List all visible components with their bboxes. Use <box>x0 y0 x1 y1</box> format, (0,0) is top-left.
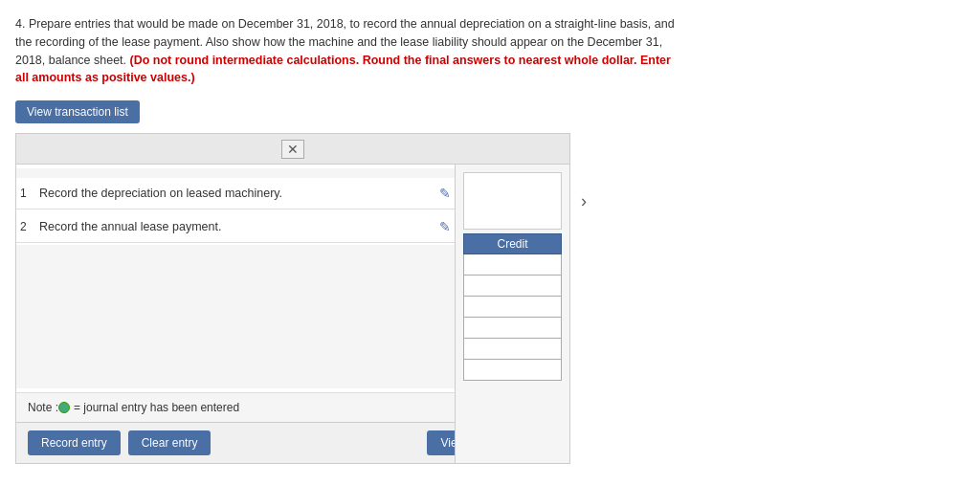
credit-header: Credit <box>463 233 562 254</box>
entries-list: 1 Record the depreciation on leased mach… <box>16 165 455 392</box>
top-bar: ✕ <box>16 134 569 165</box>
credit-input-6[interactable] <box>464 360 561 380</box>
credit-input-5[interactable] <box>464 339 561 359</box>
content-wrapper: › Credit 1 Record the depreciation on le… <box>16 165 569 463</box>
entry-label-1: Record the depreciation on leased machin… <box>39 187 432 200</box>
entry-number-2: 2 <box>20 220 39 233</box>
credit-row-6[interactable] <box>463 360 562 381</box>
record-entry-button[interactable]: Record entry <box>28 430 121 455</box>
entry-number-1: 1 <box>20 187 39 200</box>
credit-row-4[interactable] <box>463 318 562 339</box>
question-text: 4. Prepare entries that would be made on… <box>15 15 685 87</box>
chevron-right-icon[interactable]: › <box>581 191 587 211</box>
credit-input-1[interactable] <box>464 254 561 275</box>
entry1-right-box <box>463 172 562 230</box>
main-panel: ✕ › Credit 1 Re <box>15 133 570 464</box>
credit-row-2[interactable] <box>463 276 562 297</box>
entry-row-1: 1 Record the depreciation on leased mach… <box>16 178 455 209</box>
note-prefix: Note : <box>28 401 58 414</box>
green-dot-icon <box>58 402 70 413</box>
credit-row-3[interactable] <box>463 297 562 318</box>
entry-label-2: Record the annual lease payment. <box>39 220 432 233</box>
credit-input-2[interactable] <box>464 276 561 296</box>
credit-row-1[interactable] <box>463 254 562 276</box>
credit-row-5[interactable] <box>463 339 562 360</box>
credit-input-4[interactable] <box>464 318 561 338</box>
note-text: = journal entry has been entered <box>74 401 239 414</box>
edit-icon-2[interactable]: ✎ <box>439 219 451 234</box>
credit-table: Credit <box>463 233 562 381</box>
clear-entry-button[interactable]: Clear entry <box>128 430 212 455</box>
view-transaction-button[interactable]: View transaction list <box>15 100 140 123</box>
edit-icon-1[interactable]: ✎ <box>439 186 451 201</box>
right-panel: › Credit <box>455 165 569 463</box>
credit-input-3[interactable] <box>464 297 561 317</box>
spacer-area <box>16 245 455 388</box>
close-icon[interactable]: ✕ <box>281 140 304 159</box>
entry-row-2: 2 Record the annual lease payment. ✎ <box>16 211 455 243</box>
question-number: 4. <box>15 17 25 31</box>
top-spacer <box>16 168 455 178</box>
